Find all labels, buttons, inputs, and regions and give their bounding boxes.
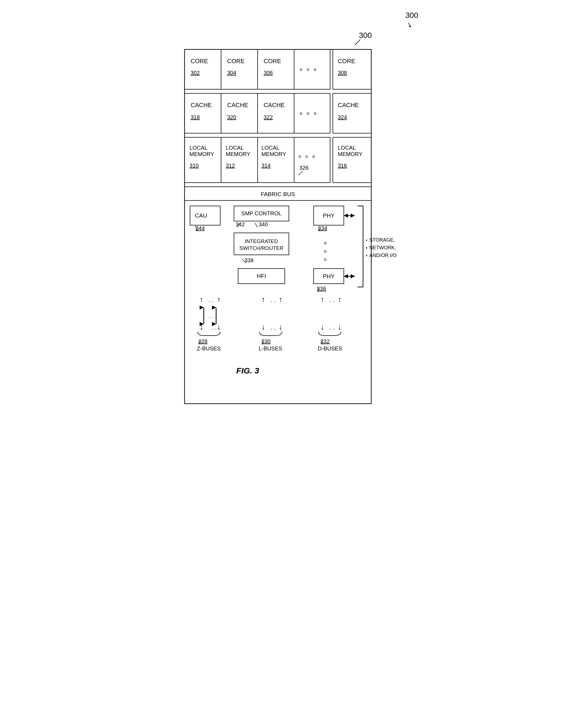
smp-340-ref: 340 [259, 222, 268, 227]
core-308-ref: 308 [338, 70, 347, 76]
localmem-314-label2: MEMORY [261, 151, 286, 157]
zbus-mid-dots: . . [209, 296, 214, 304]
integrated-label2: SWITCH/ROUTER [239, 245, 283, 251]
lbus-down-arrow2: ↓ [279, 323, 283, 331]
core-302-ref: 302 [191, 70, 200, 76]
core-308-box [333, 49, 371, 89]
cache-324-box [333, 94, 371, 133]
cache-322-label: CACHE [264, 102, 285, 108]
zbus-down-arrow2: ↓ [217, 323, 221, 331]
smp-control-label: SMP CONTROL [241, 210, 281, 216]
lbus-mid-dots: . . [270, 296, 275, 304]
localmem-316-box [333, 137, 371, 183]
localmem-316-label2: MEMORY [338, 151, 363, 157]
smp-342-ref: 342 [236, 222, 245, 227]
zbus-brace [198, 332, 220, 336]
phy-top-label: PHY [323, 212, 335, 218]
cache-318-ref: 318 [191, 114, 200, 120]
storage-bullet2: • [366, 245, 367, 250]
cache-dots: o o o [300, 111, 318, 115]
lbus-down-arrow1: ↓ [261, 323, 265, 331]
localmem-310-ref: 310 [189, 162, 198, 168]
zbus-label: Z-BUSES [197, 345, 221, 352]
storage-bracket [357, 206, 363, 287]
localmem-314-ref: 314 [261, 162, 270, 168]
zbus-up-arrow1: ↑ [200, 295, 204, 304]
dbus-brace [319, 332, 341, 336]
dbus-up-arrow2: ↑ [338, 295, 342, 304]
core-304-ref: 304 [227, 70, 236, 76]
zbus-up-arrow2: ↑ [217, 295, 221, 304]
localmem-326-ref: 326 [299, 165, 309, 171]
core-308-label: CORE [338, 58, 355, 64]
ref-300: 300 [405, 11, 418, 20]
cache-324-ref: 324 [338, 114, 347, 120]
zbus-down-arrow1: ↓ [200, 323, 204, 331]
localmem-310-label2: MEMORY [189, 151, 214, 157]
dbus-mid-dots: . . [329, 296, 335, 304]
core-dots: o o o [300, 67, 318, 72]
localmem-310-label1: LOCAL [189, 145, 208, 151]
cau-label: CAU [195, 212, 207, 218]
main-diagram: 300 CORE 302 CORE 304 CORE 306 o o o COR… [140, 27, 443, 673]
phy-dots1: o [324, 240, 326, 245]
cache-322-ref: 322 [264, 114, 273, 120]
cache-320-ref: 320 [227, 114, 236, 120]
dbus-label: D-BUSES [318, 345, 342, 352]
svg-line-12 [255, 223, 258, 227]
zbus-dots: . . [209, 313, 214, 319]
lbus-label: L-BUSES [259, 345, 282, 352]
lbus-mid-dots2: . . [270, 324, 275, 331]
hfi-label: HFI [257, 273, 266, 279]
phy-dots3: o [324, 257, 326, 262]
svg-line-10 [299, 171, 302, 175]
localmem-316-ref: 316 [338, 162, 347, 168]
svg-line-0 [355, 40, 360, 45]
localmem-314-label1: LOCAL [261, 145, 280, 151]
cache-320-label: CACHE [227, 102, 248, 108]
page-wrapper: 300 ↙ 300 CORE 302 CORE 304 CORE 306 o o… [0, 0, 583, 728]
localmem-312-label1: LOCAL [226, 145, 244, 151]
core-306-label: CORE [264, 58, 281, 64]
localmem-312-ref: 312 [226, 162, 235, 168]
lbus-up-arrow2: ↑ [279, 295, 283, 304]
dbus-up-arrow1: ↑ [320, 295, 324, 304]
storage-bullet3: • [366, 253, 367, 258]
cache-324-label: CACHE [338, 102, 359, 108]
integrated-label1: INTEGRATED [245, 238, 278, 244]
dbus-mid-dots2: . . [329, 324, 335, 331]
lbus-up-arrow1: ↑ [261, 295, 265, 304]
core-302-label: CORE [191, 58, 208, 64]
localmem-316-label1: LOCAL [338, 145, 356, 151]
lbus-brace [260, 332, 282, 336]
localmem-312-label2: MEMORY [226, 151, 250, 157]
figure-label: FIG. 3 [236, 366, 259, 375]
cache-318-label: CACHE [191, 102, 212, 108]
fabric-bus-label: FABRIC BUS [261, 191, 295, 197]
integrated-338-ref: 338 [244, 257, 254, 263]
dbus-down-arrow1: ↓ [320, 323, 324, 331]
storage-text1: STORAGE, [369, 237, 395, 243]
storage-bullet1: • [366, 238, 367, 242]
phy-bottom-label: PHY [323, 273, 335, 279]
localmem-dots: o o o [298, 154, 317, 159]
core-306-ref: 306 [264, 70, 273, 76]
storage-text2: NETWORK, [369, 245, 396, 251]
phy-dots2: o [324, 249, 326, 254]
zbus-mid-dots2: . . [211, 324, 216, 331]
dbus-down-arrow2: ↓ [338, 323, 342, 331]
ref-300-text: 300 [359, 31, 372, 40]
storage-text3: AND/OR I/O [369, 253, 397, 258]
core-304-label: CORE [227, 58, 245, 64]
